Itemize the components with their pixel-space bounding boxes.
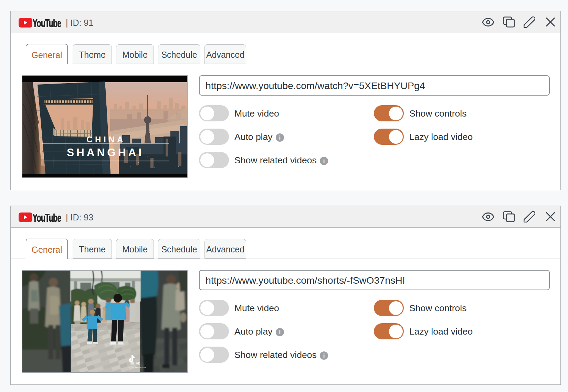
svg-text:♪ @tiktokdancer: ♪ @tiktokdancer [127, 366, 146, 369]
svg-text:SHANGHAI: SHANGHAI [67, 146, 144, 159]
svg-text:TikTok: TikTok [129, 361, 140, 365]
svg-text:CHINA: CHINA [86, 135, 126, 144]
